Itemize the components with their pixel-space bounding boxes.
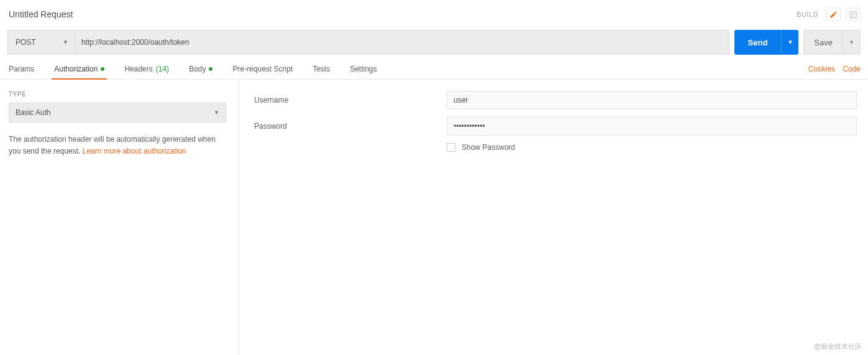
method-select[interactable]: POST ▼: [7, 30, 75, 55]
chevron-down-icon: ▼: [63, 39, 68, 45]
status-dot-icon: [209, 67, 212, 71]
auth-form-pane: Username Password Show Password: [239, 80, 868, 355]
send-button[interactable]: Send: [734, 30, 782, 55]
auth-type-value: Basic Auth: [16, 108, 51, 117]
tab-prerequest[interactable]: Pre-request Script: [231, 58, 294, 79]
auth-type-pane: TYPE Basic Auth ▼ The authorization head…: [0, 80, 239, 355]
password-label: Password: [254, 122, 447, 131]
tab-authorization[interactable]: Authorization: [53, 58, 106, 79]
save-dropdown[interactable]: ▼: [843, 30, 861, 55]
layout-icon: [849, 11, 857, 19]
comment-button[interactable]: [826, 7, 841, 21]
username-label: Username: [254, 96, 447, 104]
send-dropdown[interactable]: ▼: [781, 30, 798, 55]
chevron-down-icon: ▼: [214, 109, 219, 116]
chevron-down-icon: ▼: [787, 39, 793, 45]
url-input[interactable]: [75, 30, 729, 55]
tab-settings[interactable]: Settings: [349, 58, 378, 79]
comment-icon: [829, 11, 838, 19]
code-link[interactable]: Code: [843, 65, 861, 73]
tab-tests[interactable]: Tests: [311, 58, 331, 79]
tab-params[interactable]: Params: [7, 58, 35, 79]
chevron-down-icon: ▼: [849, 39, 854, 45]
method-value: POST: [16, 38, 36, 47]
svg-rect-0: [850, 11, 856, 17]
layout-button[interactable]: [846, 7, 861, 21]
status-dot-icon: [101, 67, 104, 71]
learn-more-link[interactable]: Learn more about authorization: [83, 147, 186, 155]
tabs-row: Params Authorization Headers (14) Body P…: [0, 58, 868, 80]
password-input[interactable]: [447, 117, 857, 136]
auth-content: TYPE Basic Auth ▼ The authorization head…: [0, 80, 868, 355]
request-row: POST ▼ Send ▼ Save ▼: [0, 26, 868, 58]
watermark: @掘金技术社区: [814, 342, 862, 351]
tab-body[interactable]: Body: [188, 58, 214, 79]
show-password-checkbox[interactable]: [447, 143, 455, 152]
cookies-link[interactable]: Cookies: [808, 65, 835, 73]
request-title: Untitled Request: [9, 9, 73, 19]
save-button[interactable]: Save: [803, 30, 843, 55]
tab-headers[interactable]: Headers (14): [123, 58, 170, 79]
show-password-label: Show Password: [462, 143, 515, 152]
username-input[interactable]: [447, 91, 857, 109]
auth-type-select[interactable]: Basic Auth ▼: [9, 103, 226, 122]
build-label: BUILD: [797, 11, 818, 18]
type-label: TYPE: [9, 91, 227, 98]
auth-help-text: The authorization header will be automat…: [9, 134, 226, 157]
request-header: Untitled Request BUILD: [0, 0, 868, 26]
